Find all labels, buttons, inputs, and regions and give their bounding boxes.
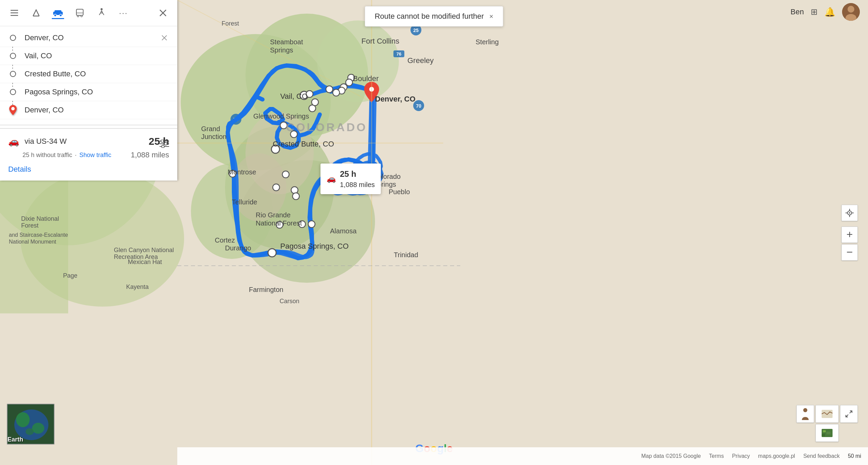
svg-point-111 [11,107,15,110]
transit-mode-button[interactable] [74,7,86,19]
svg-text:25: 25 [413,28,419,33]
svg-text:76: 76 [396,51,401,57]
svg-text:Montrose: Montrose [228,168,256,176]
svg-rect-96 [11,15,18,16]
waypoint-name-denver-end: Denver, CO [25,106,169,114]
svg-rect-99 [55,10,61,13]
svg-text:Glen Canyon National: Glen Canyon National [114,247,174,253]
sidebar: ··· Denver, CO Vail, CO [0,0,177,181]
waypoint-denver-end: Denver, CO [0,101,177,119]
privacy-link[interactable]: Privacy [732,453,750,459]
waypoint-name-denver-start: Denver, CO [25,33,153,42]
menu-button[interactable] [8,7,20,19]
svg-text:Telluride: Telluride [232,198,257,206]
svg-point-106 [101,8,103,10]
svg-line-130 [850,411,852,413]
svg-text:Mexican Hat: Mexican Hat [128,259,162,265]
waypoint-circle-icon-3 [8,69,18,79]
route-via-text: via US-34 W [25,137,66,146]
svg-text:National Monument: National Monument [9,239,56,245]
header-right: Ben ⊞ 🔔 [782,0,868,24]
svg-text:Greeley: Greeley [407,56,434,65]
waypoint-pagosa-springs: Pagosa Springs, CO [0,83,177,101]
svg-point-119 [849,212,850,214]
svg-rect-94 [11,10,18,11]
map-type-button[interactable] [815,405,839,423]
svg-point-101 [60,14,62,16]
close-directions-button[interactable] [157,7,169,19]
maps-url-link[interactable]: maps.google.pl [758,453,795,459]
waypoints-list: Denver, CO Vail, CO Crested Butte, CO [0,26,177,122]
waypoint-denver-start: Denver, CO [0,29,177,47]
tooltip-duration: 25 h [340,168,375,180]
svg-text:Alamosa: Alamosa [330,227,357,235]
map-data-text: Map data ©2015 Google [641,453,701,459]
svg-point-88 [16,412,30,427]
waypoint-clear-button-1[interactable] [160,33,169,43]
waypoint-name-pagosa-springs: Pagosa Springs, CO [25,88,169,96]
notification-close-button[interactable]: × [489,13,493,20]
svg-text:Junction: Junction [201,133,227,140]
waypoint-circle-icon-4 [8,87,18,97]
svg-text:Forest: Forest [222,20,239,27]
route-via-row: 🚗 via US-34 W 25 h [8,136,169,147]
svg-point-35 [291,187,298,193]
waypoint-circle-icon-1 [8,33,18,43]
svg-text:Page: Page [63,272,77,279]
satellite-layer-button[interactable] [815,424,839,442]
walk-mode-button[interactable] [95,7,108,19]
svg-text:Grand: Grand [201,125,220,133]
zoom-out-button[interactable]: − [841,244,858,261]
svg-text:Kayenta: Kayenta [126,283,149,290]
svg-point-42 [312,99,318,106]
svg-point-100 [54,14,57,16]
svg-text:Forest: Forest [21,222,39,229]
drive-mode-button[interactable] [52,7,64,19]
svg-rect-127 [823,430,826,432]
location-name: Ben [791,7,804,16]
svg-point-37 [273,184,280,191]
svg-text:Pagosa Springs, CO: Pagosa Springs, CO [280,242,349,250]
more-options-button[interactable]: ··· [117,7,130,19]
waypoint-red-pin-icon [8,105,18,115]
directions-icon-button[interactable] [30,7,42,19]
apps-icon[interactable]: ⊞ [811,7,818,17]
route-car-icon: 🚗 [8,136,19,147]
svg-rect-128 [826,432,830,434]
adjust-route-button[interactable] [160,140,169,150]
svg-text:Dixie National: Dixie National [21,215,59,222]
svg-point-27 [326,86,333,93]
street-view-button[interactable] [796,405,814,423]
svg-point-103 [77,15,79,17]
scale-label: 50 mi [848,453,861,459]
dot-separator: · [75,152,77,159]
svg-text:Steamboat: Steamboat [270,38,303,46]
svg-point-104 [81,15,83,17]
user-avatar[interactable] [842,3,860,21]
svg-point-38 [282,171,289,178]
svg-text:Fort Collins: Fort Collins [361,37,399,45]
tooltip-content: 25 h 1,088 miles [340,168,375,189]
svg-text:70: 70 [416,103,421,109]
zoom-in-button[interactable]: + [841,227,858,243]
svg-text:Crested Butte, CO: Crested Butte, CO [273,140,334,148]
earth-label: Earth [8,436,23,443]
terms-link[interactable]: Terms [709,453,724,459]
directions-toolbar: ··· [0,0,177,26]
svg-text:and Staircase-Escalante: and Staircase-Escalante [9,232,68,238]
waypoint-name-crested-butte: Crested Butte, CO [25,69,169,78]
svg-point-40 [308,221,315,228]
route-distance: 1,088 miles [131,151,169,159]
svg-point-115 [161,140,164,142]
svg-text:Rio Grande: Rio Grande [256,211,290,219]
svg-point-23 [268,249,276,257]
notifications-icon[interactable]: 🔔 [824,7,835,17]
expand-map-button[interactable] [840,405,858,423]
show-traffic-link[interactable]: Show traffic [79,152,111,159]
svg-point-90 [26,428,34,435]
map-controls: + − [841,205,858,261]
send-feedback-link[interactable]: Send feedback [803,453,840,459]
svg-rect-129 [822,434,825,436]
route-details-link[interactable]: Details [8,165,31,174]
my-location-button[interactable] [841,205,858,221]
